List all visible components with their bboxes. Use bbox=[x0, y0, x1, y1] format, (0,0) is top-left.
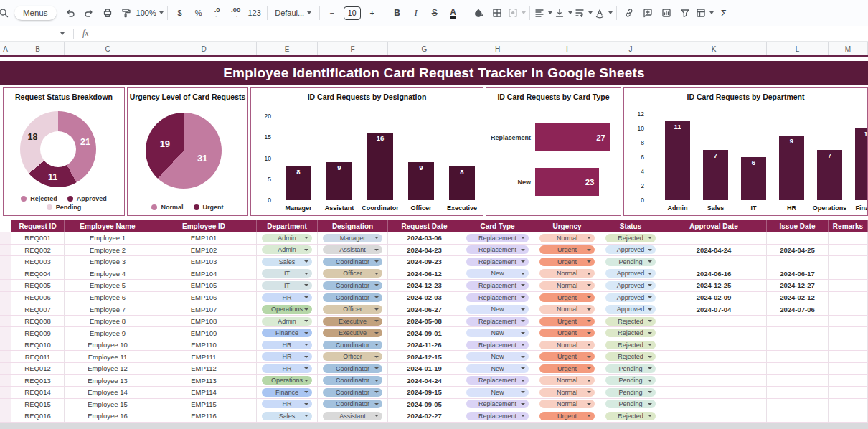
cell[interactable]: REQ009 bbox=[11, 327, 65, 339]
chart-panel-1[interactable]: Urgency Level of Card Requests3119Normal… bbox=[127, 87, 248, 216]
dropdown-pill-coordinator[interactable]: Coordinator bbox=[323, 293, 382, 302]
dropdown-pill-coordinator[interactable]: Coordinator bbox=[323, 376, 382, 385]
table-header-designation[interactable]: Designation bbox=[318, 220, 388, 232]
cell[interactable]: New bbox=[461, 363, 534, 375]
cell[interactable]: Finance bbox=[257, 327, 318, 339]
menus-button[interactable]: Menus bbox=[14, 6, 57, 20]
dropdown-pill-approved[interactable]: Approved bbox=[605, 293, 656, 302]
cell[interactable] bbox=[829, 268, 868, 280]
zoom-select[interactable]: 100% bbox=[136, 4, 164, 22]
cell[interactable] bbox=[829, 280, 868, 292]
column-header-H[interactable]: H bbox=[461, 42, 534, 55]
cell[interactable]: Admin bbox=[257, 316, 318, 328]
cell[interactable] bbox=[829, 327, 868, 339]
cell[interactable]: Approved bbox=[600, 303, 661, 316]
dropdown-pill-approved[interactable]: Approved bbox=[605, 269, 656, 278]
cell[interactable]: REQ011 bbox=[11, 351, 65, 363]
table-header-approval-date[interactable]: Approval Date bbox=[661, 220, 767, 232]
dropdown-pill-replacement[interactable]: Replacement bbox=[466, 376, 529, 385]
cell[interactable]: New bbox=[461, 387, 534, 399]
cell[interactable]: EMP101 bbox=[151, 232, 257, 245]
cell[interactable]: HR bbox=[257, 351, 318, 363]
table-header-request-id[interactable]: Request ID bbox=[11, 220, 65, 232]
cell[interactable]: Normal bbox=[534, 399, 600, 411]
table-header-remarks[interactable]: Remarks bbox=[829, 220, 868, 232]
cell[interactable]: Replacement bbox=[461, 410, 534, 423]
dropdown-pill-coordinator[interactable]: Coordinator bbox=[323, 281, 382, 290]
cell[interactable]: Normal bbox=[534, 375, 600, 387]
dropdown-pill-assistant[interactable]: Assistant bbox=[323, 245, 382, 254]
cell[interactable] bbox=[829, 410, 868, 423]
dropdown-pill-manager[interactable]: Manager bbox=[323, 234, 382, 242]
cell[interactable]: EMP103 bbox=[151, 256, 257, 268]
dropdown-pill-admin[interactable]: Admin bbox=[262, 234, 312, 242]
cell[interactable]: Executive bbox=[318, 327, 388, 339]
cell[interactable]: Coordinator bbox=[318, 280, 388, 292]
text-wrap-icon[interactable] bbox=[574, 4, 593, 22]
table-header-status[interactable]: Status bbox=[600, 220, 661, 232]
cell[interactable]: Urgent bbox=[534, 256, 600, 268]
decrease-decimal-button[interactable]: .0← bbox=[209, 4, 226, 22]
cell[interactable]: Rejected bbox=[600, 327, 661, 339]
cell[interactable]: EMP106 bbox=[151, 292, 257, 304]
cell[interactable]: 2024-12-23 bbox=[388, 280, 461, 292]
functions-button[interactable]: Σ bbox=[715, 4, 732, 22]
cell[interactable] bbox=[767, 316, 829, 328]
dropdown-pill-officer[interactable]: Officer bbox=[323, 352, 382, 361]
dropdown-pill-hr[interactable]: HR bbox=[262, 400, 312, 408]
table-header-card-type[interactable]: Card Type bbox=[461, 220, 534, 232]
cell[interactable]: New bbox=[461, 268, 534, 280]
cell[interactable]: EMP115 bbox=[151, 399, 257, 411]
cell[interactable]: Coordinator bbox=[318, 375, 388, 387]
italic-button[interactable]: I bbox=[407, 4, 425, 22]
cell[interactable]: Admin bbox=[257, 245, 318, 257]
cell[interactable]: Employee 15 bbox=[65, 399, 151, 411]
dropdown-pill-replacement[interactable]: Replacement bbox=[466, 245, 529, 254]
cell[interactable]: Pending bbox=[600, 363, 661, 375]
cell[interactable]: Employee 6 bbox=[65, 292, 151, 304]
table-header-urgency[interactable]: Urgency bbox=[534, 220, 600, 232]
cell[interactable] bbox=[661, 327, 767, 339]
column-header-B[interactable]: B bbox=[11, 42, 65, 55]
dropdown-pill-replacement[interactable]: Replacement bbox=[466, 293, 529, 302]
borders-icon[interactable] bbox=[489, 4, 506, 22]
cell[interactable]: Replacement bbox=[461, 280, 534, 292]
cell[interactable]: Urgent bbox=[534, 363, 600, 375]
decrease-font-size-button[interactable]: − bbox=[324, 4, 341, 22]
dropdown-pill-coordinator[interactable]: Coordinator bbox=[323, 258, 382, 266]
cell[interactable] bbox=[829, 256, 868, 268]
column-header-J[interactable]: J bbox=[600, 42, 661, 55]
cell[interactable] bbox=[829, 339, 868, 352]
dropdown-pill-assistant[interactable]: Assistant bbox=[323, 412, 382, 420]
cell[interactable]: 2024-04-24 bbox=[661, 245, 767, 257]
cell[interactable]: Sales bbox=[257, 256, 318, 268]
table-header-issue-date[interactable]: Issue Date bbox=[767, 220, 829, 232]
cell[interactable]: Pending bbox=[600, 387, 661, 399]
column-header-K[interactable]: K bbox=[661, 42, 767, 55]
cell[interactable]: HR bbox=[257, 292, 318, 304]
formula-input[interactable] bbox=[89, 26, 868, 41]
dropdown-pill-urgent[interactable]: Urgent bbox=[539, 329, 595, 337]
dropdown-pill-replacement[interactable]: Replacement bbox=[466, 341, 529, 349]
font-select[interactable]: Defaul... bbox=[271, 4, 316, 22]
dropdown-pill-urgent[interactable]: Urgent bbox=[539, 364, 595, 373]
cell[interactable]: REQ012 bbox=[11, 363, 65, 375]
cell[interactable]: REQ003 bbox=[11, 256, 65, 268]
cell[interactable]: REQ002 bbox=[11, 245, 65, 257]
merge-cells-icon[interactable] bbox=[507, 4, 526, 22]
cell[interactable]: Employee 1 bbox=[65, 232, 151, 245]
cell[interactable]: 2024-09-15 bbox=[388, 387, 461, 399]
vertical-align-icon[interactable] bbox=[554, 4, 572, 22]
cell[interactable]: Coordinator bbox=[318, 387, 388, 399]
dropdown-pill-pending[interactable]: Pending bbox=[605, 364, 656, 373]
cell[interactable]: 2024-01-19 bbox=[388, 363, 461, 375]
cell[interactable]: Normal bbox=[534, 232, 600, 245]
cell[interactable]: EMP110 bbox=[151, 339, 257, 352]
cell[interactable]: REQ015 bbox=[11, 399, 65, 411]
cell[interactable]: REQ005 bbox=[11, 280, 65, 292]
dropdown-pill-replacement[interactable]: Replacement bbox=[466, 400, 529, 408]
cell[interactable]: Urgent bbox=[534, 316, 600, 328]
dropdown-pill-replacement[interactable]: Replacement bbox=[466, 317, 529, 326]
dropdown-pill-hr[interactable]: HR bbox=[262, 352, 312, 361]
cell[interactable]: Employee 9 bbox=[65, 327, 151, 339]
